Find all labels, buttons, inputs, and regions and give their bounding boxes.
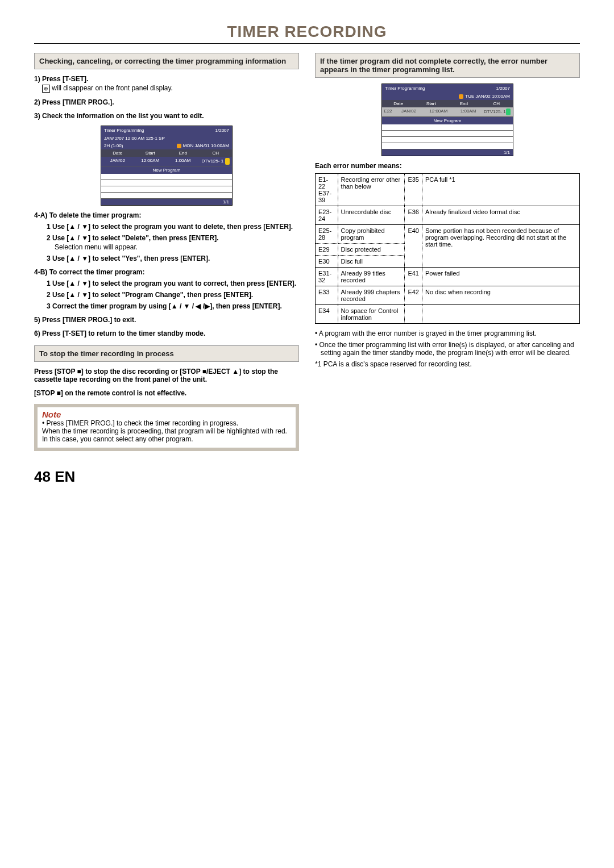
row2-start: 12:00AM xyxy=(424,107,453,116)
e-code: E33 xyxy=(316,286,338,305)
col2-ch: CH xyxy=(480,100,513,107)
step-4a-2: 2 Use [▲ / ▼] to select "Delete", then p… xyxy=(47,234,299,251)
orange-dot-icon xyxy=(459,94,463,99)
e-code: E35 xyxy=(405,174,422,206)
step-4a-3: 3 Use [▲ / ▼] to select "Yes", then pres… xyxy=(47,254,299,262)
row2-ch: DTV125- 1 xyxy=(483,107,513,116)
screen2-title: Timer Programming xyxy=(385,86,425,91)
e-desc: Recording error other than below xyxy=(338,174,405,206)
e-desc: No space for Control information xyxy=(338,305,405,324)
note-heading: Note xyxy=(38,407,296,419)
e-code: E23-24 xyxy=(316,206,338,225)
e-code: E30 xyxy=(316,256,338,268)
col-end: End xyxy=(167,149,200,157)
timer-screen-2: Timer Programming1/2007 TUE JAN/02 10:00… xyxy=(381,84,513,156)
screen-line2b: MON JAN/01 10:00AM xyxy=(183,143,229,148)
e-desc: Some portion has not been recorded becau… xyxy=(422,225,579,268)
row-start: 12:00AM xyxy=(134,157,167,166)
columns: Checking, canceling, or correcting the t… xyxy=(34,53,580,451)
e-desc: Disc protected xyxy=(338,244,405,256)
step-4b: 4-B) To correct the timer program: xyxy=(34,268,299,276)
new-program-row-2: New Program xyxy=(382,117,513,124)
col-date: Date xyxy=(101,149,134,157)
section-heading-error: If the timer program did not complete co… xyxy=(315,53,580,78)
page-number: 48 xyxy=(34,468,51,485)
step-1-text: will disappear on the front panel displa… xyxy=(52,84,173,92)
step-4b-1: 1 Use [▲ / ▼] to select the program you … xyxy=(47,279,299,287)
step-4a-2-body: Selection menu will appear. xyxy=(55,243,299,251)
screen2-line2b: TUE JAN/02 10:00AM xyxy=(465,94,510,99)
e-desc: Already 99 titles recorded xyxy=(338,268,405,286)
e-desc: Already finalized video format disc xyxy=(422,206,579,225)
stop-body1: Press [STOP ■] to stop the disc recordin… xyxy=(34,368,299,383)
step-4b-2: 2 Use [▲ / ▼] to select "Program Change"… xyxy=(47,291,299,299)
e-code: E40 xyxy=(405,225,422,268)
new-program-row: New Program xyxy=(101,166,232,174)
step-1: 1) Press [T-SET]. xyxy=(34,75,299,83)
col2-start: Start xyxy=(415,100,448,107)
page-title: TIMER RECORDING xyxy=(34,23,580,44)
page-footer: 48 EN xyxy=(34,468,580,486)
screen2-badge: 1/2007 xyxy=(496,86,510,91)
orange-dot-icon xyxy=(177,144,181,148)
row2-end: 1:00AM xyxy=(453,107,483,116)
error-label: Each error number means: xyxy=(315,162,580,170)
e-code xyxy=(405,305,422,324)
green-dot-icon xyxy=(506,108,511,115)
step-5: 5) Press [TIMER PROG.] to exit. xyxy=(34,316,299,324)
page-lang: EN xyxy=(55,468,75,485)
error-table: E1-22 E37-39Recording error other than b… xyxy=(315,173,580,324)
step-1-body: ⊕ will disappear on the front panel disp… xyxy=(42,84,299,93)
e-code: E25-28 xyxy=(316,225,338,244)
section-heading-check: Checking, canceling, or correcting the t… xyxy=(34,53,299,69)
note-body: • Press [TIMER PROG.] to check the timer… xyxy=(38,419,296,448)
row-ch: DTV125- 1 xyxy=(200,157,233,166)
clock-icon: ⊕ xyxy=(42,85,50,93)
yellow-dot-icon xyxy=(225,158,230,165)
step-6: 6) Press [T-SET] to return to the timer … xyxy=(34,329,299,337)
col2-date: Date xyxy=(382,100,415,107)
e-code: E42 xyxy=(405,286,422,305)
e-desc: Unrecordable disc xyxy=(338,206,405,225)
step-4b-3: 3 Correct the timer program by using [▲ … xyxy=(47,302,299,310)
pager: 1/1 xyxy=(101,199,232,205)
row-end: 1:00AM xyxy=(167,157,200,166)
e-code: E41 xyxy=(405,268,422,286)
e-desc: Already 999 chapters recorded xyxy=(338,286,405,305)
step-4a-1: 1 Use [▲ / ▼] to select the program you … xyxy=(47,223,299,231)
timer-screen-1: Timer Programming1/2007 JAN/ 2/07 12:00 … xyxy=(101,126,233,206)
e-code: E31-32 xyxy=(316,268,338,286)
e-desc: Disc full xyxy=(338,256,405,268)
e-code: E1-22 E37-39 xyxy=(316,174,338,206)
bullet-2: • Once the timer programming list with e… xyxy=(315,341,580,357)
left-column: Checking, canceling, or correcting the t… xyxy=(34,53,299,451)
e-desc xyxy=(422,305,579,324)
bullet-3: *1 PCA is a disc's space reserved for re… xyxy=(315,360,580,368)
row2-code: E22 xyxy=(382,107,394,116)
e-code: E29 xyxy=(316,244,338,256)
bullets: • A program with the error number is gra… xyxy=(315,329,580,368)
section-heading-stop: To stop the timer recording in process xyxy=(34,345,299,362)
e-code: E36 xyxy=(405,206,422,225)
screen-badge: 1/2007 xyxy=(215,128,229,133)
stop-body2: [STOP ■] on the remote control is not ef… xyxy=(34,389,299,397)
right-column: If the timer program did not complete co… xyxy=(315,53,580,451)
col-start: Start xyxy=(134,149,167,157)
note-box: Note • Press [TIMER PROG.] to check the … xyxy=(34,404,299,451)
screen-title: Timer Programming xyxy=(104,128,144,133)
col2-end: End xyxy=(447,100,480,107)
row2-date: JAN/02 xyxy=(394,107,424,116)
screen-line2a: 2H (1:00) xyxy=(104,143,123,148)
e-desc: Power failed xyxy=(422,268,579,286)
e-code: E34 xyxy=(316,305,338,324)
screen-line1: JAN/ 2/07 12:00 AM 125-1 SP xyxy=(104,136,165,141)
e-desc: Copy prohibited program xyxy=(338,225,405,244)
col-ch: CH xyxy=(200,149,233,157)
step-3: 3) Check the information on the list you… xyxy=(34,112,299,120)
e-desc: No disc when recording xyxy=(422,286,579,305)
pager-2: 1/1 xyxy=(382,149,513,156)
bullet-1: • A program with the error number is gra… xyxy=(315,329,580,337)
step-2: 2) Press [TIMER PROG.]. xyxy=(34,98,299,106)
row-date: JAN/02 xyxy=(101,157,134,166)
step-4a: 4-A) To delete the timer program: xyxy=(34,211,299,219)
